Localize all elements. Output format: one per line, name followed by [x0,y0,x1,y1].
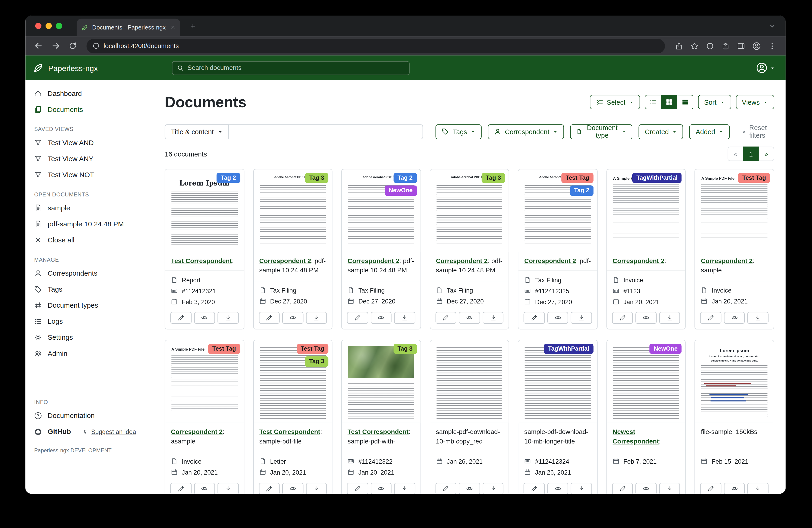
download-button[interactable] [483,483,504,494]
sidebar-item-admin[interactable]: Admin [25,345,153,361]
sidebar-item-document-types[interactable]: Document types [25,297,153,313]
download-button[interactable] [748,483,768,494]
search-input[interactable] [188,64,405,72]
sidebar-item-correspondents[interactable]: Correspondents [25,265,153,281]
extension-icon[interactable] [706,42,714,50]
document-card[interactable]: Lorem Ipsum Tag 2 Test Correspondent: A … [164,169,244,330]
extensions-puzzle-icon[interactable] [722,42,730,50]
document-thumbnail[interactable]: Adobe Acrobat PDF Files Tag 2NewOne [342,170,420,252]
document-card[interactable]: Test TagTag 3 Test Correspondent: sample… [253,340,333,494]
edit-button[interactable] [170,483,191,494]
view-button[interactable] [724,483,745,494]
document-card[interactable]: Adobe Acrobat PDF Files Test TagTag 2 Co… [518,169,598,330]
view-button[interactable] [547,483,568,494]
tab-search-icon[interactable] [769,23,776,29]
download-button[interactable] [218,312,238,324]
view-button[interactable] [194,312,215,324]
sidebar-item-settings[interactable]: Settings [25,329,153,345]
document-title-link[interactable]: Correspondent 2 [348,257,399,265]
document-thumbnail[interactable]: A Simple PDF File TagWithPartial [607,170,685,252]
sidebar-item-open-doc-sample[interactable]: sample [25,200,153,216]
document-card[interactable]: A Simple PDF File Test Tag Correspondent… [695,169,774,330]
sidebar-item-documentation[interactable]: Documentation [25,408,153,424]
list-view-button[interactable] [644,95,661,109]
edit-button[interactable] [347,483,368,494]
document-card[interactable]: TagWithPartial sample-pdf-download-10-mb… [518,340,598,494]
tag-badge[interactable]: Tag 2 [217,173,240,183]
browser-tab[interactable]: Documents - Paperless-ngx [77,18,180,36]
tag-badge[interactable]: Test Tag [208,344,240,354]
new-tab-button[interactable] [186,20,199,32]
global-search[interactable] [172,61,410,75]
download-button[interactable] [659,312,680,324]
sidebar-item-dashboard[interactable]: Dashboard [25,85,153,101]
view-button[interactable] [724,312,745,324]
next-page-button[interactable]: » [759,147,774,161]
app-brand[interactable]: Paperless-ngx [33,63,163,73]
edit-button[interactable] [524,312,545,324]
download-button[interactable] [748,312,768,324]
document-card[interactable]: sample-pdf-download-10-mb copy_red Jan 2… [430,340,509,494]
tag-badge[interactable]: Tag 3 [393,344,417,354]
document-thumbnail[interactable]: Test TagTag 3 [253,340,332,423]
share-icon[interactable] [675,42,683,50]
select-button[interactable]: Select [590,95,640,109]
edit-button[interactable] [612,312,633,324]
view-button[interactable] [282,312,303,324]
download-button[interactable] [659,483,680,494]
view-button[interactable] [459,483,480,494]
view-button[interactable] [371,312,392,324]
view-button[interactable] [547,312,568,324]
download-button[interactable] [306,483,327,494]
document-card[interactable]: Adobe Acrobat PDF Files Tag 3 Correspond… [430,169,509,330]
sidebar-item-tags[interactable]: Tags [25,281,153,297]
download-button[interactable] [394,483,415,494]
side-panel-icon[interactable] [737,42,745,50]
tag-badge[interactable]: Tag 2 [570,186,593,196]
correspondent-filter-button[interactable]: Correspondent [488,124,564,139]
document-thumbnail[interactable]: Adobe Acrobat PDF Files Tag 3 [253,170,332,252]
document-title-link[interactable]: Correspondent 2 [171,429,222,436]
detail-view-button[interactable] [677,95,693,109]
sidebar-item-close-all[interactable]: Close all [25,232,153,248]
tag-badge[interactable]: Tag 3 [482,173,505,183]
document-title-link[interactable]: Correspondent 2 [259,257,311,265]
document-thumbnail[interactable] [430,340,509,423]
edit-button[interactable] [524,483,545,494]
document-title-link[interactable]: Correspondent 2 [613,257,664,265]
tags-filter-button[interactable]: Tags [436,124,481,139]
back-icon[interactable] [34,41,43,50]
tab-close-icon[interactable] [170,25,175,30]
edit-button[interactable] [435,483,456,494]
bookmark-star-icon[interactable] [690,42,699,50]
tag-badge[interactable]: Test Tag [562,173,593,183]
document-card[interactable]: NewOne Newest Correspondent: f_combineds… [606,340,686,494]
forward-icon[interactable] [51,41,60,50]
document-card[interactable]: Adobe Acrobat PDF Files Tag 2NewOne Corr… [341,169,421,330]
title-content-dropdown[interactable]: Title & content [164,124,229,139]
edit-button[interactable] [700,312,721,324]
minimize-window-button[interactable] [45,23,52,29]
title-content-input[interactable] [229,124,423,139]
tag-badge[interactable]: NewOne [650,344,682,354]
suggest-idea-link[interactable]: Suggest an idea [82,428,136,436]
download-button[interactable] [571,312,592,324]
document-card[interactable]: A Simple PDF File Test Tag Correspondent… [164,340,244,494]
download-button[interactable] [306,312,327,324]
views-button[interactable]: Views [736,95,774,109]
edit-button[interactable] [259,312,279,324]
sidebar-item-test-view-and[interactable]: Test View AND [25,135,153,151]
tag-badge[interactable]: Tag 3 [305,173,329,183]
menu-kebab-icon[interactable] [768,42,776,50]
view-button[interactable] [371,483,392,494]
edit-button[interactable] [612,483,633,494]
tag-badge[interactable]: Test Tag [738,173,770,183]
document-title-link[interactable]: Newest Correspondent [613,429,659,445]
download-button[interactable] [394,312,415,324]
sidebar-item-test-view-not[interactable]: Test View NOT [25,167,153,183]
view-button[interactable] [194,483,215,494]
download-button[interactable] [483,312,504,324]
edit-button[interactable] [347,312,368,324]
document-card[interactable]: Lorem ipsum Lorem ipsum dolor sit amet, … [695,340,774,494]
document-title-link[interactable]: Test Correspondent [348,429,408,436]
